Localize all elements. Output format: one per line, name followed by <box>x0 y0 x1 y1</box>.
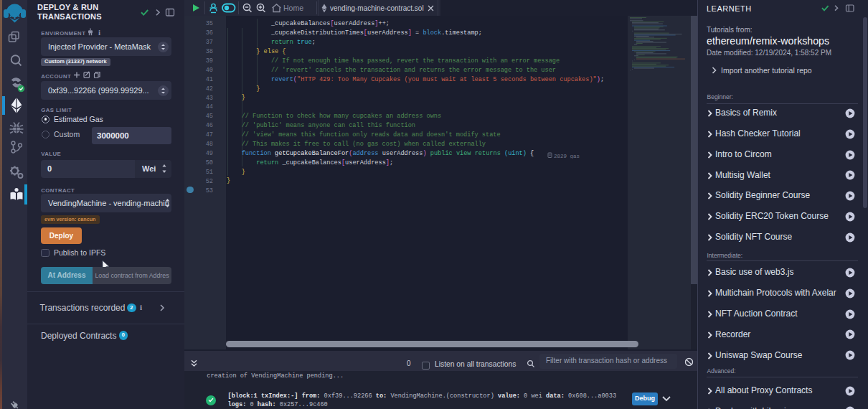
svg-text:2829 gas: 2829 gas <box>554 153 580 159</box>
svg-text:i: i <box>98 28 100 37</box>
svg-text:Home: Home <box>283 4 303 12</box>
